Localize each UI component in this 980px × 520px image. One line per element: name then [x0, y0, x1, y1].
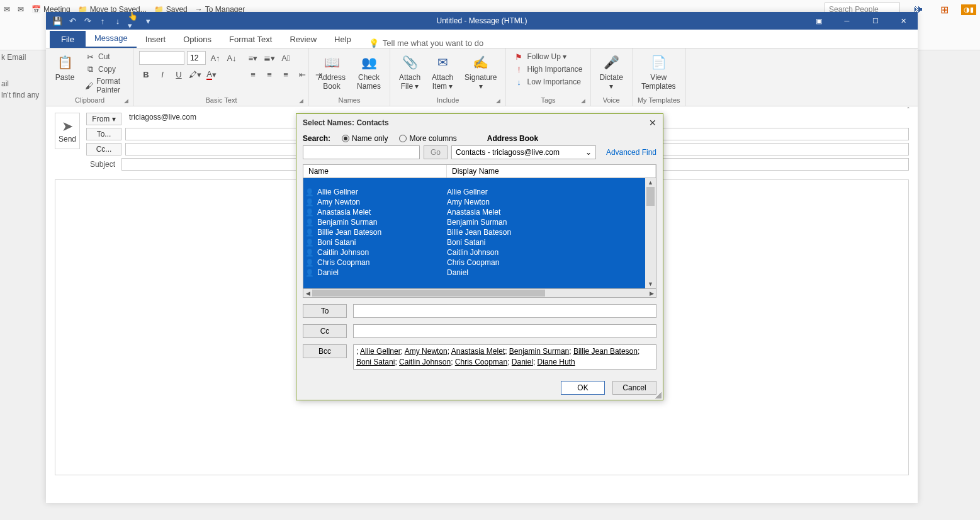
list-item[interactable]: 👤Allie GellnerAllie Gellner	[303, 187, 656, 197]
tab-message[interactable]: Message	[86, 30, 137, 48]
reply-all-icon[interactable]: ✉	[18, 5, 24, 14]
align-right-icon[interactable]: ≡	[279, 67, 293, 81]
dialog-cc-input[interactable]	[353, 324, 656, 338]
close-icon[interactable]: ✕	[889, 12, 918, 30]
horizontal-scrollbar[interactable]: ◀ ▶	[303, 289, 656, 298]
advanced-find-link[interactable]: Advanced Find	[606, 148, 656, 157]
include-launcher-icon[interactable]: ◢	[496, 98, 500, 104]
list-item[interactable]: 👤Billie Jean BatesonBillie Jean Bateson	[303, 227, 656, 237]
addins-icon[interactable]: ⊞	[940, 4, 949, 16]
cut-button[interactable]: ✂Cut	[82, 51, 128, 62]
bg-label: ln't find any	[1, 91, 40, 99]
minimize-icon[interactable]: ─	[833, 12, 861, 30]
from-button[interactable]: From ▾	[86, 113, 121, 125]
send-button[interactable]: ➤ Send	[55, 113, 80, 149]
tab-help[interactable]: Help	[325, 31, 360, 48]
grow-font-icon[interactable]: A↑	[208, 51, 222, 65]
undo-icon[interactable]: ↶	[67, 16, 77, 26]
list-item[interactable]: 👤Benjamin SurmanBenjamin Surman	[303, 217, 656, 227]
restore-ribbon-icon[interactable]: ▣	[804, 12, 833, 30]
column-display-name[interactable]: Display Name	[447, 165, 656, 178]
format-painter-button[interactable]: 🖌Format Painter	[82, 76, 128, 95]
tab-file[interactable]: File	[50, 31, 86, 48]
go-button[interactable]: Go	[424, 145, 448, 159]
cancel-button[interactable]: Cancel	[612, 381, 656, 395]
list-item[interactable]: 👤Anastasia MeletAnastasia Melet	[303, 207, 656, 217]
redo-icon[interactable]: ↷	[82, 16, 93, 26]
collapse-ribbon-icon[interactable]: ˆ	[903, 105, 914, 115]
address-book-button[interactable]: 📖Address Book	[314, 51, 349, 93]
shrink-font-icon[interactable]: A↓	[225, 51, 239, 65]
list-item[interactable]: 👤DanielDaniel	[303, 268, 656, 278]
contacts-listbox[interactable]: 👤Allie GellnerAllie Gellner👤Amy NewtonAm…	[303, 178, 656, 289]
list-item[interactable]: 👤Chris CoopmanChris Coopman	[303, 257, 656, 268]
scroll-down-icon[interactable]: ▼	[645, 280, 656, 288]
hscroll-thumb[interactable]	[312, 290, 545, 297]
clear-format-icon[interactable]: A⃠	[279, 51, 293, 65]
dialog-bcc-button[interactable]: Bcc	[303, 344, 347, 358]
list-item[interactable]: 👤Boni SataniBoni Satani	[303, 237, 656, 247]
dialog-close-icon[interactable]: ✕	[649, 118, 656, 128]
basictext-launcher-icon[interactable]: ◢	[299, 98, 303, 104]
highlight-icon[interactable]: 🖍▾	[188, 67, 202, 81]
scroll-right-icon[interactable]: ▶	[647, 289, 656, 297]
tab-options[interactable]: Options	[174, 31, 220, 48]
font-color-icon[interactable]: A▾	[205, 67, 218, 81]
italic-icon[interactable]: I	[155, 67, 169, 81]
font-size-input[interactable]	[187, 51, 206, 65]
dictate-button[interactable]: 🎤Dictate ▾	[596, 51, 627, 93]
tab-review[interactable]: Review	[281, 31, 325, 48]
scroll-left-icon[interactable]: ◀	[303, 289, 312, 297]
bold-icon[interactable]: B	[139, 67, 153, 81]
previous-icon[interactable]: ↑	[98, 16, 108, 26]
cc-button[interactable]: Cc...	[86, 143, 121, 155]
ok-button[interactable]: OK	[561, 381, 605, 395]
view-templates-button[interactable]: 📄View Templates	[638, 51, 680, 93]
follow-up-button[interactable]: ⚑Follow Up ▾	[511, 51, 585, 62]
search-input[interactable]	[303, 145, 420, 159]
underline-icon[interactable]: U	[172, 67, 186, 81]
check-names-button[interactable]: 👥Check Names	[353, 51, 385, 93]
font-name-input[interactable]	[139, 51, 184, 65]
dialog-cc-button[interactable]: Cc	[303, 324, 347, 338]
dialog-bcc-input[interactable]: ; Allie Gellner; Amy Newton; Anastasia M…	[353, 344, 656, 370]
column-name[interactable]: Name	[303, 165, 447, 178]
insights-icon[interactable]: ◑▮	[961, 4, 976, 15]
tab-format-text[interactable]: Format Text	[220, 31, 281, 48]
low-importance-button[interactable]: ↓Low Importance	[511, 76, 585, 88]
copy-button[interactable]: ⧉Copy	[82, 64, 128, 75]
list-item[interactable]: 👤Caitlin JohnsonCaitlin Johnson	[303, 247, 656, 257]
address-book-select[interactable]: Contacts - triciagoss@live.com⌄	[451, 145, 596, 159]
qat-customize-icon[interactable]: ▾	[143, 16, 153, 26]
numbering-icon[interactable]: ≣▾	[262, 51, 276, 65]
save-icon[interactable]: 💾	[52, 16, 62, 26]
more-columns-radio[interactable]: More columns	[399, 134, 456, 143]
align-center-icon[interactable]: ≡	[262, 67, 276, 81]
attach-item-button[interactable]: ✉Attach Item ▾	[428, 51, 457, 93]
decrease-indent-icon[interactable]: ⇤	[295, 67, 309, 81]
high-importance-button[interactable]: !High Importance	[511, 64, 585, 75]
to-button[interactable]: To...	[86, 128, 121, 140]
tell-me-input[interactable]: 💡 Tell me what you want to do	[369, 38, 483, 48]
dialog-to-button[interactable]: To	[303, 304, 347, 318]
touch-mode-icon[interactable]: 👆▾	[128, 16, 138, 26]
ribbon: 📋 Paste ✂Cut ⧉Copy 🖌Format Painter Clipb…	[46, 48, 918, 106]
maximize-icon[interactable]: ☐	[861, 12, 889, 30]
align-left-icon[interactable]: ≡	[246, 67, 260, 81]
scroll-up-icon[interactable]: ▲	[645, 178, 656, 187]
tags-launcher-icon[interactable]: ◢	[581, 98, 585, 104]
dialog-to-input[interactable]	[353, 304, 656, 318]
list-item[interactable]: 👤Amy NewtonAmy Newton	[303, 197, 656, 207]
next-icon[interactable]: ↓	[113, 16, 123, 26]
clipboard-launcher-icon[interactable]: ◢	[124, 98, 128, 104]
attach-file-button[interactable]: 📎Attach File ▾	[395, 51, 424, 93]
resize-grip-icon[interactable]	[655, 392, 662, 398]
reply-icon[interactable]: ✉	[4, 5, 10, 14]
scroll-thumb[interactable]	[646, 187, 655, 206]
signature-button[interactable]: ✍Signature ▾	[461, 51, 500, 93]
bullets-icon[interactable]: ≡▾	[246, 51, 260, 65]
vertical-scrollbar[interactable]: ▲ ▼	[645, 178, 656, 288]
paste-button[interactable]: 📋 Paste	[51, 51, 79, 84]
tab-insert[interactable]: Insert	[137, 31, 175, 48]
name-only-radio[interactable]: Name only	[342, 134, 388, 143]
